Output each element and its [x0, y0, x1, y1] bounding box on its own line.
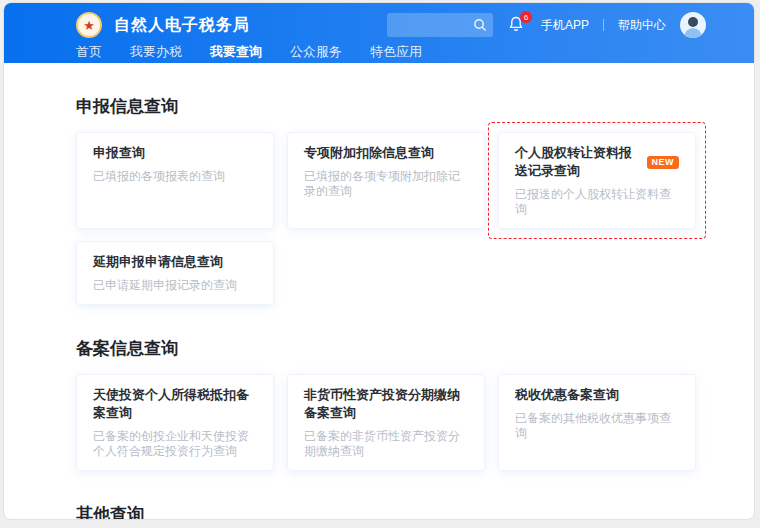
section-title: 其他查询 [76, 503, 696, 520]
card-title: 个人股权转让资料报送记录查询 [515, 144, 639, 180]
notification-count-badge: 6 [520, 11, 532, 23]
help-center-link[interactable]: 帮助中心 [618, 17, 666, 34]
main-content: 申报信息查询申报查询已填报的各项报表的查询专项附加扣除信息查询已填报的各项专项附… [4, 95, 754, 520]
card-description: 已申请延期申报记录的查询 [93, 278, 257, 293]
avatar-head [688, 17, 698, 27]
section-title: 备案信息查询 [76, 337, 696, 360]
highlight-outline: 个人股权转让资料报送记录查询NEW已报送的个人股权转让资料查询 [488, 122, 706, 239]
avatar-body [684, 28, 702, 38]
nav-tab-3[interactable]: 公众服务 [290, 43, 342, 69]
card-title: 税收优惠备案查询 [515, 386, 619, 404]
card-title: 申报查询 [93, 144, 145, 162]
card-description: 已填报的各项专项附加扣除记录的查询 [304, 169, 468, 199]
app-title: 自然人电子税务局 [114, 15, 250, 36]
app-window: ★ 自然人电子税务局 6 手机APP [3, 2, 755, 520]
nav-tab-2[interactable]: 我要查询 [210, 43, 262, 69]
card-title: 非货币性资产投资分期缴纳备案查询 [304, 386, 468, 422]
query-card[interactable]: 非货币性资产投资分期缴纳备案查询已备案的非货币性资产投资分期缴纳查询 [287, 374, 485, 471]
card-description: 已填报的各项报表的查询 [93, 169, 257, 184]
header: ★ 自然人电子税务局 6 手机APP [4, 3, 754, 63]
header-right: 6 手机APP 帮助中心 [387, 12, 706, 38]
query-card[interactable]: 天使投资个人所得税抵扣备案查询已备案的创投企业和天使投资个人符合规定投资行为查询 [76, 374, 274, 471]
card-description: 已报送的个人股权转让资料查询 [515, 187, 679, 217]
card-title: 专项附加扣除信息查询 [304, 144, 434, 162]
search-input[interactable] [395, 17, 473, 33]
nav-tab-4[interactable]: 特色应用 [370, 43, 422, 69]
new-badge: NEW [647, 156, 680, 169]
card-description: 已备案的其他税收优惠事项查询 [515, 411, 679, 441]
query-card[interactable]: 延期申报申请信息查询已申请延期申报记录的查询 [76, 241, 274, 305]
query-card[interactable]: 个人股权转让资料报送记录查询NEW已报送的个人股权转让资料查询 [498, 132, 696, 229]
query-card[interactable]: 申报查询已填报的各项报表的查询 [76, 132, 274, 229]
query-card[interactable]: 税收优惠备案查询已备案的其他税收优惠事项查询 [498, 374, 696, 471]
card-grid: 申报查询已填报的各项报表的查询专项附加扣除信息查询已填报的各项专项附加扣除记录的… [76, 132, 696, 305]
user-avatar[interactable] [680, 12, 706, 38]
nav-tab-0[interactable]: 首页 [76, 43, 102, 69]
card-title: 天使投资个人所得税抵扣备案查询 [93, 386, 257, 422]
search-box[interactable] [387, 13, 493, 37]
card-title: 延期申报申请信息查询 [93, 253, 223, 271]
card-grid: 天使投资个人所得税抵扣备案查询已备案的创投企业和天使投资个人符合规定投资行为查询… [76, 374, 696, 471]
header-top-row: ★ 自然人电子税务局 6 手机APP [4, 3, 754, 43]
section-title: 申报信息查询 [76, 95, 696, 118]
search-icon[interactable] [473, 18, 487, 32]
nav-tab-1[interactable]: 我要办税 [130, 43, 182, 69]
card-description: 已备案的非货币性资产投资分期缴纳查询 [304, 429, 468, 459]
main-nav: 首页我要办税我要查询公众服务特色应用 [4, 43, 754, 67]
query-card[interactable]: 专项附加扣除信息查询已填报的各项专项附加扣除记录的查询 [287, 132, 485, 229]
notification-bell[interactable]: 6 [507, 15, 527, 35]
tax-emblem-icon[interactable]: ★ [76, 12, 102, 38]
card-description: 已备案的创投企业和天使投资个人符合规定投资行为查询 [93, 429, 257, 459]
mobile-app-link[interactable]: 手机APP [541, 17, 589, 34]
header-divider [603, 19, 604, 31]
